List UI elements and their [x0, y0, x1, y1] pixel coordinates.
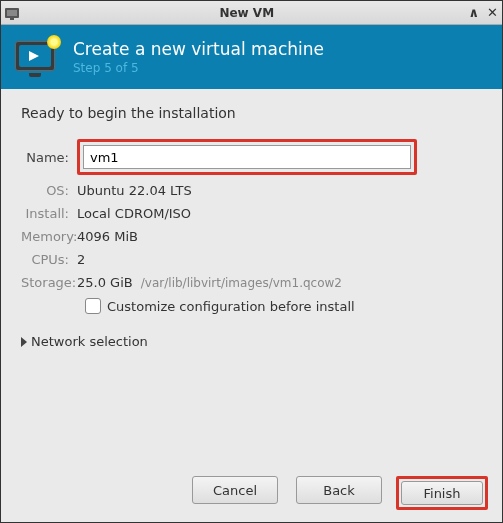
titlebar: New VM ∧ ✕ — [1, 1, 502, 25]
wizard-header: Create a new virtual machine Step 5 of 5 — [1, 25, 502, 89]
header-text: Create a new virtual machine Step 5 of 5 — [73, 39, 324, 75]
name-highlight — [77, 139, 417, 175]
os-value: Ubuntu 22.04 LTS — [77, 183, 192, 198]
window-title: New VM — [25, 6, 469, 20]
storage-label: Storage: — [21, 275, 77, 290]
back-button[interactable]: Back — [296, 476, 382, 504]
storage-path: /var/lib/libvirt/images/vm1.qcow2 — [141, 276, 342, 290]
install-value: Local CDROM/ISO — [77, 206, 191, 221]
os-row: OS: Ubuntu 22.04 LTS — [21, 183, 482, 198]
window-controls: ∧ ✕ — [469, 5, 498, 20]
cpus-row: CPUs: 2 — [21, 252, 482, 267]
app-icon — [5, 6, 21, 20]
storage-size: 25.0 GiB — [77, 275, 133, 290]
maximize-button[interactable]: ∧ — [469, 5, 480, 20]
finish-button[interactable]: Finish — [401, 481, 483, 505]
svg-rect-2 — [10, 18, 14, 20]
customize-label: Customize configuration before install — [107, 299, 355, 314]
cpus-value: 2 — [77, 252, 85, 267]
name-row: Name: — [21, 139, 482, 175]
install-label: Install: — [21, 206, 77, 221]
memory-label: Memory: — [21, 229, 77, 244]
cpus-label: CPUs: — [21, 252, 77, 267]
wizard-content: Ready to begin the installation Name: OS… — [1, 89, 502, 464]
ready-label: Ready to begin the installation — [21, 105, 482, 121]
finish-highlight: Finish — [396, 476, 488, 510]
network-selection-expander[interactable]: Network selection — [21, 334, 482, 349]
cancel-button[interactable]: Cancel — [192, 476, 278, 504]
memory-row: Memory: 4096 MiB — [21, 229, 482, 244]
name-input[interactable] — [83, 145, 411, 169]
install-row: Install: Local CDROM/ISO — [21, 206, 482, 221]
svg-rect-1 — [7, 10, 17, 16]
chevron-right-icon — [21, 337, 27, 347]
header-title: Create a new virtual machine — [73, 39, 324, 59]
storage-value: 25.0 GiB /var/lib/libvirt/images/vm1.qco… — [77, 275, 342, 290]
new-vm-dialog: New VM ∧ ✕ Create a new virtual machine … — [0, 0, 503, 523]
customize-checkbox[interactable] — [85, 298, 101, 314]
close-button[interactable]: ✕ — [487, 5, 498, 20]
os-label: OS: — [21, 183, 77, 198]
customize-row: Customize configuration before install — [85, 298, 482, 314]
name-label: Name: — [21, 150, 77, 165]
storage-row: Storage: 25.0 GiB /var/lib/libvirt/image… — [21, 275, 482, 290]
network-selection-label: Network selection — [31, 334, 148, 349]
wizard-footer: Cancel Back Finish — [1, 464, 502, 522]
vm-icon — [15, 37, 59, 77]
step-indicator: Step 5 of 5 — [73, 61, 324, 75]
memory-value: 4096 MiB — [77, 229, 138, 244]
